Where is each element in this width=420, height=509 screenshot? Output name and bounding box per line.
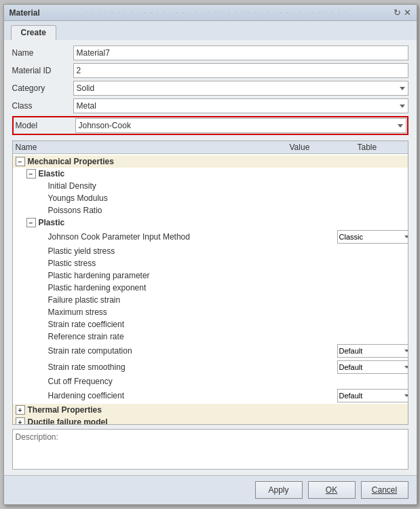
elastic-label: Elastic (39, 169, 65, 178)
class-row: Class Metal (12, 98, 408, 113)
tree-header: Name Value Table (13, 141, 408, 154)
thermal-properties-group: + Thermal Properties (13, 404, 408, 416)
model-label: Model (14, 121, 75, 130)
material-id-label: Material ID (12, 66, 73, 75)
jc-param-select[interactable]: Classic (337, 230, 408, 244)
tree-header-table: Table (358, 143, 405, 152)
dialog-body: Name Material ID Category Solid Class Me… (4, 40, 417, 475)
strain-rate-computation-label: Strain rate computation (48, 346, 337, 356)
jc-param-item: Johnson Cook Parameter Input Method Clas… (13, 229, 408, 245)
ductile-expand-icon[interactable]: + (16, 417, 25, 425)
plastic-expand-icon[interactable]: − (26, 218, 36, 227)
reference-strain-rate-item: Reference strain rate (13, 331, 408, 343)
plastic-yield-stress-label: Plastic yield stress (48, 246, 405, 256)
category-row: Category Solid (12, 81, 408, 96)
material-dialog: Material · · · · · · · · · · · · · · · ·… (3, 4, 417, 505)
model-row: Model Johnson-Cook (12, 116, 408, 135)
plastic-hardening-param-label: Plastic hardening parameter (48, 271, 405, 280)
failure-plastic-strain-label: Failure plastic strain (48, 295, 405, 305)
strain-rate-smoothing-select[interactable]: Default (337, 360, 408, 374)
tree-body: − Mechanical Properties − Elastic Initia… (13, 154, 408, 425)
tab-bar: Create (4, 21, 417, 40)
titlebar: Material · · · · · · · · · · · · · · · ·… (4, 5, 417, 21)
poissons-ratio-item: Poissons Ratio (13, 204, 408, 216)
form-section: Name Material ID Category Solid Class Me… (12, 45, 408, 138)
elastic-section: − Elastic (13, 168, 408, 180)
tree-header-value: Value (290, 143, 358, 152)
description-label: Description: (16, 432, 58, 442)
footer: Apply OK Cancel (4, 475, 417, 504)
ok-button[interactable]: OK (308, 481, 356, 499)
plastic-section: − Plastic (13, 216, 408, 229)
strain-rate-smoothing-value: Default (337, 360, 405, 374)
name-input[interactable] (73, 45, 408, 60)
tab-create[interactable]: Create (11, 25, 56, 40)
material-id-input[interactable] (73, 63, 408, 78)
strain-rate-coeff-label: Strain rate coefficient (48, 320, 405, 329)
strain-rate-computation-value: Default (337, 344, 405, 358)
strain-rate-coeff-item: Strain rate coefficient (13, 318, 408, 331)
plastic-hardening-param-item: Plastic hardening parameter (13, 269, 408, 282)
class-label: Class (12, 101, 73, 111)
hardening-coeff-item: Hardening coefficient Default (13, 388, 408, 404)
reference-strain-rate-label: Reference strain rate (48, 332, 405, 341)
name-row: Name (12, 45, 408, 60)
poissons-ratio-label: Poissons Ratio (48, 206, 405, 215)
plastic-stress-item: Plastic stress (13, 257, 408, 269)
tree-header-name: Name (16, 143, 290, 152)
hardening-coeff-select[interactable]: Default (337, 389, 408, 402)
category-label: Category (12, 83, 73, 93)
strain-rate-smoothing-item: Strain rate smoothing Default (13, 359, 408, 375)
ductile-failure-label: Ductile failure model (28, 417, 108, 425)
cut-off-freq-item: Cut off Frequency (13, 375, 408, 388)
ductile-failure-group: + Ductile failure model (13, 416, 408, 425)
jc-param-value: Classic (337, 230, 405, 244)
mechanical-properties-label: Mechanical Properties (28, 157, 114, 166)
failure-plastic-strain-item: Failure plastic strain (13, 294, 408, 306)
plastic-hardening-exp-item: Plastic hardening exponent (13, 282, 408, 294)
mechanical-expand-icon[interactable]: − (16, 157, 25, 166)
initial-density-item: Initial Density (13, 180, 408, 192)
close-icon[interactable]: ✕ (404, 7, 411, 18)
initial-density-label: Initial Density (48, 181, 405, 191)
description-area: Description: (12, 429, 408, 470)
maximum-stress-label: Maximum stress (48, 307, 405, 317)
mechanical-properties-group: − Mechanical Properties (13, 155, 408, 168)
material-id-row: Material ID (12, 63, 408, 78)
cut-off-freq-label: Cut off Frequency (48, 377, 405, 386)
jc-param-label: Johnson Cook Parameter Input Method (48, 232, 337, 242)
category-select[interactable]: Solid (73, 81, 408, 96)
maximum-stress-item: Maximum stress (13, 306, 408, 318)
dialog-title: Material (9, 8, 40, 18)
thermal-properties-label: Thermal Properties (28, 405, 102, 415)
thermal-expand-icon[interactable]: + (16, 405, 25, 415)
plastic-label: Plastic (39, 218, 65, 227)
youngs-modulus-item: Youngs Modulus (13, 192, 408, 204)
property-tree: Name Value Table − Mechanical Properties… (12, 140, 408, 425)
titlebar-controls: ↻ ✕ (394, 7, 411, 18)
strain-rate-computation-item: Strain rate computation Default (13, 343, 408, 359)
name-label: Name (12, 48, 73, 58)
cancel-button[interactable]: Cancel (361, 481, 408, 499)
plastic-yield-stress-item: Plastic yield stress (13, 245, 408, 257)
model-select[interactable]: Johnson-Cook (75, 118, 406, 133)
class-select[interactable]: Metal (73, 98, 408, 113)
reset-icon[interactable]: ↻ (394, 7, 401, 18)
titlebar-dots: · · · · · · · · · · · · · · · · · · · · … (40, 9, 394, 16)
apply-button[interactable]: Apply (255, 481, 303, 499)
plastic-hardening-exp-label: Plastic hardening exponent (48, 283, 405, 293)
plastic-stress-label: Plastic stress (48, 259, 405, 268)
strain-rate-computation-select[interactable]: Default (337, 344, 408, 358)
youngs-modulus-label: Youngs Modulus (48, 193, 405, 203)
strain-rate-smoothing-label: Strain rate smoothing (48, 362, 337, 372)
hardening-coeff-value: Default (337, 389, 405, 402)
elastic-expand-icon[interactable]: − (26, 169, 36, 178)
hardening-coeff-label: Hardening coefficient (48, 391, 337, 400)
